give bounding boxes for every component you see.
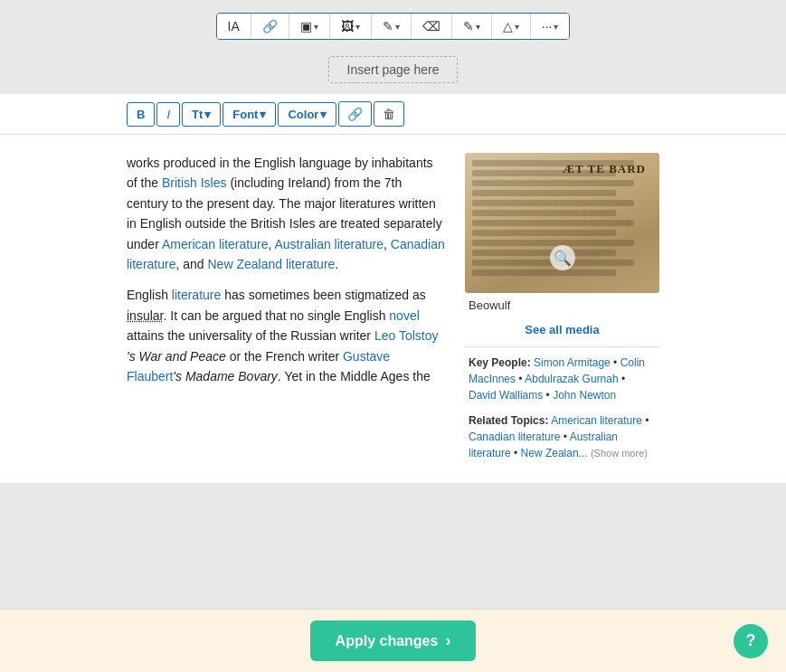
toolbar-group: IA 🔗 ▣ ▾ 🖼 ▾ ✎ ▾ ⌫ ✎ ▾ △ ▾ ··· ▾ xyxy=(216,13,571,40)
apply-changes-label: Apply changes xyxy=(336,633,439,649)
insert-page-button[interactable]: Insert page here xyxy=(328,56,459,83)
link-format-button[interactable]: 🔗 xyxy=(338,101,372,127)
delete-format-icon: 🗑 xyxy=(383,107,395,121)
link-icon: 🔗 xyxy=(262,19,278,33)
key-person-abdulrazak[interactable]: Abdulrazak Gurnah xyxy=(525,373,618,385)
font-caret: ▾ xyxy=(260,108,266,121)
tolstoy-link[interactable]: Leo Tolstoy xyxy=(374,328,439,343)
see-all-media-link[interactable]: See all media xyxy=(525,323,599,336)
help-button[interactable]: ? xyxy=(734,624,768,658)
sidebar-panel: ÆT TE BARD 🔍 Beowulf See all media Key P… xyxy=(465,153,659,465)
signature-icon: ✎ xyxy=(383,19,393,33)
article-p2-cont1: has sometimes been stigmatized as xyxy=(224,288,426,302)
australian-literature-link[interactable]: Australian literature xyxy=(274,237,384,251)
magnify-icon[interactable]: 🔍 xyxy=(550,245,575,270)
more-icon: ··· xyxy=(542,19,553,33)
text-size-label: Tt xyxy=(192,108,203,121)
related-american-lit[interactable]: American literature xyxy=(551,414,642,427)
insular-word: insular xyxy=(127,308,163,323)
pen-icon: ✎ xyxy=(463,19,474,33)
war-peace: 's War and Peace xyxy=(127,349,226,364)
shapes-caret: ▾ xyxy=(515,22,519,32)
embed-icon: ▣ xyxy=(300,19,312,33)
text-select-btn[interactable]: IA xyxy=(217,14,251,39)
see-all-media: See all media xyxy=(465,316,659,347)
more-btn[interactable]: ··· ▾ xyxy=(531,14,570,39)
key-people-label: Key People: xyxy=(469,356,531,369)
text-size-caret: ▾ xyxy=(204,108,211,121)
article-p2-end: . Yet in the Middle Ages the xyxy=(278,369,431,383)
signature-btn[interactable]: ✎ ▾ xyxy=(372,14,412,39)
text-size-button[interactable]: Tt ▾ xyxy=(182,102,221,127)
shapes-icon: △ xyxy=(503,19,513,33)
image-caret: ▾ xyxy=(355,22,360,32)
key-person-simon[interactable]: Simon Armitage xyxy=(534,356,611,369)
link-format-icon: 🔗 xyxy=(347,107,363,121)
literature-link[interactable]: literature xyxy=(172,288,221,302)
shapes-btn[interactable]: △ ▾ xyxy=(492,14,531,39)
related-canadian-lit[interactable]: Canadian literature xyxy=(469,431,560,443)
british-isles-link[interactable]: British Isles xyxy=(162,175,227,190)
article-p2-cont4: or the French writer xyxy=(226,349,343,364)
insert-page-bar: Insert page here xyxy=(0,49,786,94)
delete-format-button[interactable]: 🗑 xyxy=(374,101,404,127)
font-label: Font xyxy=(232,108,258,121)
embed-btn[interactable]: ▣ ▾ xyxy=(289,14,330,39)
text-select-icon: IA xyxy=(228,19,240,33)
bold-button[interactable]: B xyxy=(127,102,155,127)
color-caret: ▾ xyxy=(320,108,327,121)
key-people: Key People: Simon Armitage • Colin MacIn… xyxy=(465,347,659,407)
pen-btn[interactable]: ✎ ▾ xyxy=(452,14,492,39)
eraser-icon: ⌫ xyxy=(422,19,440,33)
article-p2-start: English xyxy=(127,288,172,302)
american-literature-link[interactable]: American literature xyxy=(162,237,269,251)
embed-caret: ▾ xyxy=(314,22,318,32)
madame-bovary: 's Madame Bovary xyxy=(173,369,278,383)
new-zealand-literature-link[interactable]: New Zealand literature xyxy=(208,257,336,271)
related-topics: Related Topics: American literature • Ca… xyxy=(465,407,659,465)
show-more[interactable]: (Show more) xyxy=(591,448,648,459)
font-button[interactable]: Font ▾ xyxy=(223,102,276,127)
link-btn[interactable]: 🔗 xyxy=(251,14,289,39)
italic-button[interactable]: I xyxy=(156,102,180,127)
related-nz-lit[interactable]: New Zealan... xyxy=(521,447,588,459)
article-text: works produced in the English language b… xyxy=(127,153,447,465)
format-toolbar: B I Tt ▾ Font ▾ Color ▾ 🔗 🗑 xyxy=(0,94,786,135)
article-p2-cont2: . It can be argued that no single Englis… xyxy=(163,308,389,323)
color-label: Color xyxy=(288,108,318,121)
apply-arrow-icon: › xyxy=(445,631,450,650)
pen-caret: ▾ xyxy=(476,22,480,32)
media-image[interactable]: ÆT TE BARD 🔍 xyxy=(465,153,659,293)
apply-changes-button[interactable]: Apply changes › xyxy=(310,620,477,661)
related-topics-label: Related Topics: xyxy=(469,414,548,427)
and-text: , and xyxy=(175,257,207,271)
novel-link[interactable]: novel xyxy=(389,308,419,323)
manuscript-illustration: ÆT TE BARD 🔍 xyxy=(465,153,659,293)
color-button[interactable]: Color ▾ xyxy=(278,102,336,127)
image-btn[interactable]: 🖼 ▾ xyxy=(330,14,372,39)
main-content: B I Tt ▾ Font ▾ Color ▾ 🔗 🗑 works produc… xyxy=(0,94,786,483)
media-caption: Beowulf xyxy=(465,293,659,316)
key-person-david[interactable]: David Walliams xyxy=(469,389,543,402)
manuscript-title: ÆT TE BARD xyxy=(563,162,646,176)
bottom-bar: Apply changes › ? xyxy=(0,609,786,672)
image-icon: 🖼 xyxy=(341,19,354,33)
article-body: works produced in the English language b… xyxy=(0,135,786,483)
help-icon: ? xyxy=(746,631,756,650)
eraser-btn[interactable]: ⌫ xyxy=(412,14,452,39)
p1-end: . xyxy=(335,257,338,271)
article-p2-cont3: attains the universality of the Russian … xyxy=(127,328,374,343)
more-caret: ▾ xyxy=(554,22,558,32)
top-toolbar: IA 🔗 ▣ ▾ 🖼 ▾ ✎ ▾ ⌫ ✎ ▾ △ ▾ ··· ▾ xyxy=(0,0,786,49)
signature-caret: ▾ xyxy=(395,22,400,32)
key-person-john[interactable]: John Newton xyxy=(553,389,616,402)
